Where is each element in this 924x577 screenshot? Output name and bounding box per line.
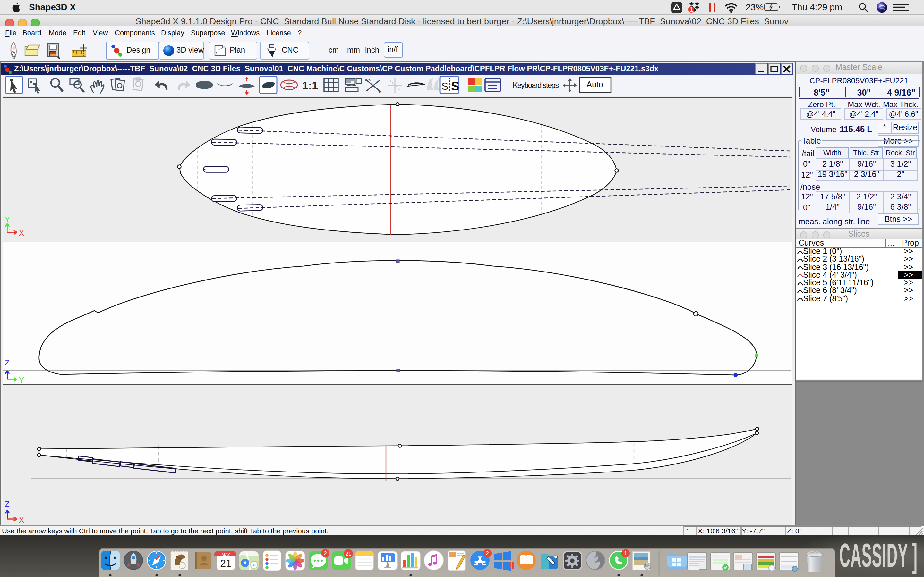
svg-text:Keyboard steps: Keyboard steps bbox=[513, 81, 559, 89]
svg-text:3D: 3D bbox=[252, 563, 256, 567]
svg-text:×: × bbox=[365, 77, 367, 83]
svg-text:S: S bbox=[451, 79, 459, 93]
svg-text:X: X bbox=[19, 228, 24, 237]
svg-text:S: S bbox=[441, 81, 448, 92]
svg-text:2: 2 bbox=[485, 550, 488, 556]
svg-text:1: 1 bbox=[690, 6, 693, 13]
svg-text:2: 2 bbox=[323, 550, 326, 556]
svg-text:1: 1 bbox=[624, 550, 627, 556]
svg-text:×: × bbox=[379, 89, 381, 95]
svg-text:Auto: Auto bbox=[586, 80, 603, 89]
svg-text:X: X bbox=[19, 515, 24, 524]
svg-text:Y: Y bbox=[5, 215, 10, 223]
svg-text:Y: Y bbox=[19, 376, 24, 383]
svg-text:Z: Z bbox=[5, 358, 10, 367]
svg-text:21: 21 bbox=[220, 558, 231, 569]
svg-text:1:1: 1:1 bbox=[302, 79, 318, 91]
svg-text:21: 21 bbox=[345, 551, 351, 556]
svg-text:Z: Z bbox=[5, 500, 10, 508]
svg-text:MAY: MAY bbox=[221, 552, 230, 557]
